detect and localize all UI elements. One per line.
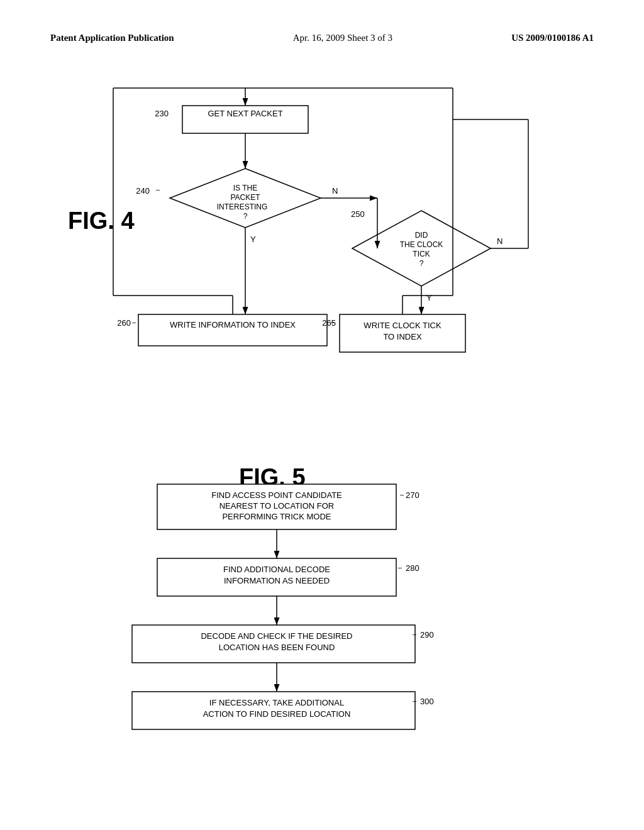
header-left: Patent Application Publication bbox=[50, 33, 174, 43]
svg-text:LOCATION HAS BEEN FOUND: LOCATION HAS BEEN FOUND bbox=[219, 643, 335, 652]
svg-text:PACKET: PACKET bbox=[230, 193, 260, 202]
svg-text:?: ? bbox=[419, 259, 424, 268]
svg-text:FIND ACCESS POINT CANDIDATE: FIND ACCESS POINT CANDIDATE bbox=[211, 490, 342, 500]
svg-text:290: 290 bbox=[420, 630, 434, 639]
svg-text:230: 230 bbox=[155, 109, 169, 118]
svg-text:270: 270 bbox=[406, 490, 419, 500]
page: Patent Application Publication Apr. 16, … bbox=[0, 0, 644, 830]
svg-text:TICK: TICK bbox=[413, 250, 430, 258]
svg-text:?: ? bbox=[243, 212, 248, 221]
svg-text:THE CLOCK: THE CLOCK bbox=[400, 240, 443, 249]
svg-text:IS THE: IS THE bbox=[233, 184, 257, 192]
header-right: US 2009/0100186 A1 bbox=[511, 33, 594, 43]
svg-text:–: – bbox=[156, 185, 160, 193]
svg-text:GET NEXT PACKET: GET NEXT PACKET bbox=[208, 109, 282, 118]
svg-text:INTERESTING: INTERESTING bbox=[217, 202, 268, 211]
svg-text:DID: DID bbox=[415, 231, 428, 240]
svg-text:–: – bbox=[330, 318, 335, 326]
fig5-diagram: FIND ACCESS POINT CANDIDATE NEAREST TO L… bbox=[50, 459, 591, 811]
svg-text:–: – bbox=[413, 630, 417, 638]
svg-text:WRITE  CLOCK TICK: WRITE CLOCK TICK bbox=[364, 321, 441, 330]
svg-text:–: – bbox=[398, 563, 402, 571]
svg-text:INFORMATION AS NEEDED: INFORMATION AS NEEDED bbox=[224, 576, 330, 585]
svg-text:240: 240 bbox=[136, 186, 150, 196]
svg-text:DECODE AND CHECK IF THE DESIRE: DECODE AND CHECK IF THE DESIRED bbox=[201, 631, 352, 641]
svg-text:280: 280 bbox=[406, 563, 419, 573]
svg-text:Y: Y bbox=[250, 235, 256, 244]
svg-text:Y: Y bbox=[426, 293, 432, 302]
svg-text:N: N bbox=[332, 186, 338, 196]
svg-text:FIND ADDITIONAL DECODE: FIND ADDITIONAL DECODE bbox=[223, 565, 330, 574]
fig4-diagram: GET NEXT PACKET 230 IS THE PACKET INTERE… bbox=[50, 82, 591, 440]
svg-text:TO INDEX: TO INDEX bbox=[383, 332, 421, 341]
svg-text:PERFORMING TRICK MODE: PERFORMING TRICK MODE bbox=[222, 512, 331, 521]
header: Patent Application Publication Apr. 16, … bbox=[0, 33, 644, 43]
svg-text:–: – bbox=[132, 318, 136, 326]
svg-text:260: 260 bbox=[117, 318, 131, 328]
svg-text:IF NECESSARY, TAKE ADDITIONAL: IF NECESSARY, TAKE ADDITIONAL bbox=[209, 698, 344, 707]
header-center: Apr. 16, 2009 Sheet 3 of 3 bbox=[293, 33, 392, 43]
svg-text:300: 300 bbox=[420, 697, 434, 706]
svg-text:N: N bbox=[497, 236, 502, 246]
svg-text:NEAREST TO LOCATION FOR: NEAREST TO LOCATION FOR bbox=[219, 501, 335, 511]
svg-text:ACTION TO FIND DESIRED LOCATIO: ACTION TO FIND DESIRED LOCATION bbox=[203, 709, 351, 719]
svg-text:WRITE  INFORMATION TO INDEX: WRITE INFORMATION TO INDEX bbox=[170, 320, 296, 329]
svg-text:–: – bbox=[413, 697, 417, 704]
svg-rect-31 bbox=[138, 314, 327, 346]
svg-text:250: 250 bbox=[351, 209, 365, 219]
svg-text:–: – bbox=[400, 490, 404, 498]
